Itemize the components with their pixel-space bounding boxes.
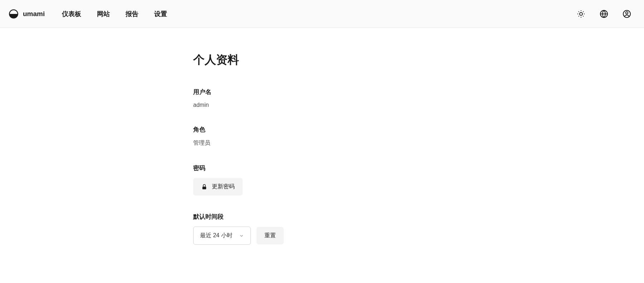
page-title: 个人资料 (193, 52, 451, 68)
svg-line-4 (579, 11, 579, 11)
default-daterange-label: 默认时间段 (193, 213, 451, 221)
svg-point-13 (626, 11, 628, 14)
reset-button-label: 重置 (264, 232, 276, 239)
chevron-down-icon (239, 233, 244, 238)
brand-name: umami (23, 10, 45, 18)
update-password-button[interactable]: 更新密码 (193, 178, 243, 195)
username-label: 用户名 (193, 88, 451, 96)
daterange-select[interactable]: 最近 24 小时 (193, 227, 251, 245)
nav-dashboard[interactable]: 仪表板 (62, 10, 81, 18)
username-value: admin (193, 102, 451, 108)
password-field: 密码 更新密码 (193, 164, 451, 195)
daterange-row: 最近 24 小时 重置 (193, 227, 451, 245)
app-header: umami 仪表板 网站 报告 设置 (0, 0, 644, 28)
profile-icon[interactable] (623, 10, 631, 18)
role-field: 角色 管理员 (193, 125, 451, 147)
umami-logo-icon (9, 9, 19, 19)
role-label: 角色 (193, 125, 451, 134)
lock-icon (201, 184, 208, 190)
reset-button[interactable]: 重置 (257, 227, 284, 244)
svg-line-8 (579, 16, 579, 16)
nav-settings[interactable]: 设置 (154, 10, 167, 18)
header-left: umami 仪表板 网站 报告 设置 (9, 9, 167, 19)
update-password-label: 更新密码 (212, 183, 235, 190)
svg-point-1 (580, 13, 582, 15)
svg-line-9 (583, 11, 584, 11)
language-icon[interactable] (600, 10, 608, 18)
main-nav: 仪表板 网站 报告 设置 (62, 10, 167, 18)
username-field: 用户名 admin (193, 88, 451, 108)
password-label: 密码 (193, 164, 451, 172)
theme-toggle-icon[interactable] (577, 10, 585, 18)
nav-websites[interactable]: 网站 (97, 10, 110, 18)
svg-rect-14 (203, 187, 206, 189)
default-daterange-field: 默认时间段 最近 24 小时 重置 (193, 213, 451, 245)
main-content: 个人资料 用户名 admin 角色 管理员 密码 更新密码 默认时间段 最近 2… (186, 28, 458, 276)
header-right (577, 10, 635, 18)
nav-reports[interactable]: 报告 (126, 10, 138, 18)
role-value: 管理员 (193, 139, 451, 147)
brand[interactable]: umami (9, 9, 45, 19)
svg-line-5 (583, 16, 584, 16)
daterange-selected-value: 最近 24 小时 (200, 232, 233, 239)
